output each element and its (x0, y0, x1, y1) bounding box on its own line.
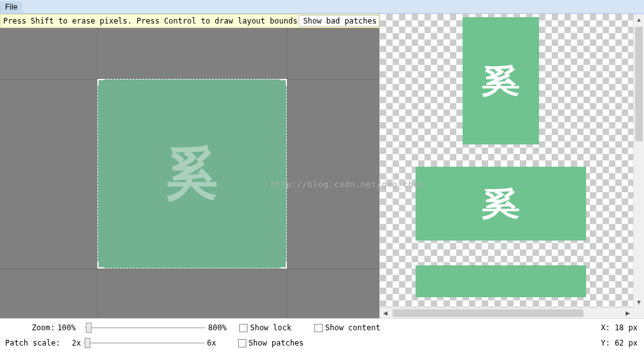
show-content-label: Show content (325, 323, 381, 332)
preview-glyph: 奚 (482, 183, 520, 225)
menu-file[interactable]: File (0, 1, 22, 13)
menu-bar: File (0, 0, 644, 14)
zoom-max: 800% (208, 323, 227, 332)
scroll-up-icon[interactable]: ▲ (634, 14, 644, 25)
preview-wide: 奚 (416, 167, 586, 241)
editor-canvas[interactable]: 奚 (0, 28, 379, 318)
corner-handle-br[interactable] (281, 262, 287, 269)
scroll-down-icon[interactable]: ▼ (634, 297, 644, 307)
zoom-slider[interactable] (85, 323, 206, 333)
patch-glyph: 奚 (167, 136, 218, 212)
zoom-value: 100% (57, 323, 76, 332)
vertical-scrollbar[interactable]: ▲ ▼ (633, 14, 644, 307)
preview-panel: 奚 奚 ▲ ▼ ◀ ▶ (379, 14, 644, 318)
scroll-thumb-h[interactable] (393, 309, 584, 317)
x-coordinate: X: 18 px (601, 323, 638, 332)
scroll-left-icon[interactable]: ◀ (380, 308, 391, 318)
patch-scale-max: 6x (207, 339, 216, 347)
scroll-right-icon[interactable]: ▶ (622, 308, 633, 318)
bottom-toolbar: Zoom: 100% 800% Show lock Show content X… (0, 318, 644, 350)
guide-line (0, 269, 379, 269)
guide-line (287, 28, 288, 318)
checkbox-icon (239, 324, 248, 332)
corner-handle-bl[interactable] (97, 262, 104, 269)
patch-scale-label: Patch scale: (5, 339, 60, 347)
corner-handle-tl[interactable] (97, 79, 104, 85)
preview-glyph: 奚 (482, 60, 520, 102)
preview-tall: 奚 (463, 17, 539, 144)
horizontal-scrollbar[interactable]: ◀ ▶ (380, 307, 633, 318)
hint-text: Press Shift to erase pixels. Press Contr… (3, 17, 297, 25)
patch-scale-min: 2x (72, 339, 81, 347)
main-area: Press Shift to erase pixels. Press Contr… (0, 14, 644, 318)
patch-scale-slider[interactable] (83, 338, 204, 348)
show-patches-checkbox[interactable]: Show patches (238, 339, 304, 347)
patch-scale-slider-thumb[interactable] (85, 338, 90, 348)
preview-short (416, 265, 586, 297)
corner-handle-tr[interactable] (281, 79, 287, 85)
show-patches-label: Show patches (249, 339, 304, 347)
checkbox-icon (314, 324, 323, 332)
checker-background: 奚 奚 (380, 14, 633, 307)
show-bad-patches-button[interactable]: Show bad patches (298, 15, 379, 27)
checkbox-icon (238, 339, 246, 347)
zoom-slider-thumb[interactable] (86, 323, 92, 333)
show-lock-checkbox[interactable]: Show lock (239, 323, 291, 332)
show-lock-label: Show lock (250, 323, 291, 332)
scroll-corner (633, 307, 644, 318)
show-content-checkbox[interactable]: Show content (314, 323, 381, 332)
zoom-label: Zoom: (32, 323, 55, 332)
hint-bar: Press Shift to erase pixels. Press Contr… (0, 14, 379, 28)
left-panel: Press Shift to erase pixels. Press Contr… (0, 14, 379, 318)
scroll-thumb-v[interactable] (635, 27, 643, 141)
preview-scroll-area: 奚 奚 ▲ ▼ ◀ ▶ (380, 14, 644, 318)
y-coordinate: Y: 62 px (601, 339, 638, 347)
nine-patch-content[interactable]: 奚 (97, 79, 287, 269)
